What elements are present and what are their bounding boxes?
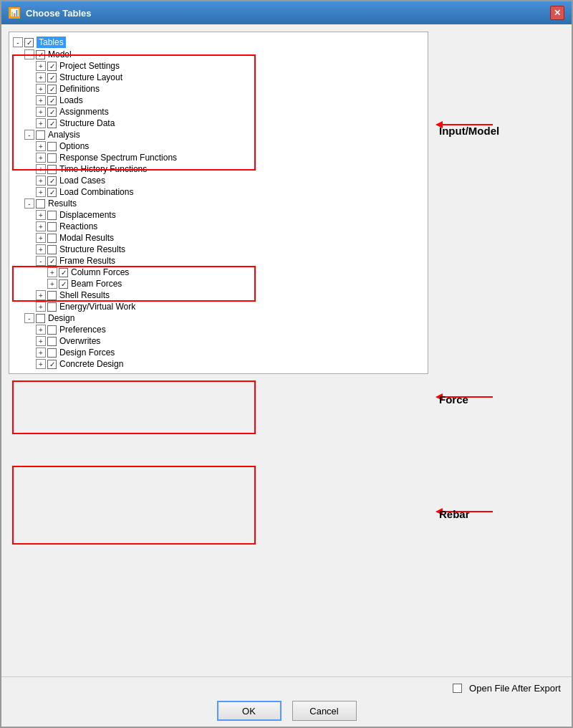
tree-item-frame-results[interactable]: - Frame Results	[13, 255, 424, 267]
checkbox-preferences[interactable]	[47, 325, 57, 335]
expander-design[interactable]: -	[24, 313, 34, 323]
cancel-button[interactable]: Cancel	[292, 701, 357, 721]
expander-overwrites[interactable]: +	[36, 336, 46, 346]
app-icon: 📊	[9, 7, 20, 19]
expander-analysis[interactable]: -	[24, 130, 34, 140]
checkbox-structure-data[interactable]	[47, 119, 57, 128]
tree-item-overwrites[interactable]: + Overwrites	[13, 335, 424, 347]
tree-item-project-settings[interactable]: + Project Settings	[13, 60, 424, 72]
tree-item-preferences[interactable]: + Preferences	[13, 324, 424, 335]
expander-structure-results[interactable]: +	[36, 244, 46, 254]
expander-loads[interactable]: +	[36, 95, 46, 105]
tree-item-structure-data[interactable]: + Structure Data	[13, 118, 424, 129]
tree-item-modal-results[interactable]: + Modal Results	[13, 232, 424, 244]
expander-time-history[interactable]: +	[36, 164, 46, 174]
expander-options[interactable]: +	[36, 141, 46, 151]
tree-item-structure-results[interactable]: + Structure Results	[13, 244, 424, 255]
tree-item-options[interactable]: + Options	[13, 140, 424, 152]
tree-item-design[interactable]: - Design	[13, 312, 424, 324]
tree-item-tables[interactable]: - Tables	[13, 36, 424, 49]
expander-design-forces[interactable]: +	[36, 348, 46, 358]
tree-item-results[interactable]: - Results	[13, 198, 424, 209]
close-button[interactable]: ✕	[550, 6, 564, 20]
checkbox-loads[interactable]	[47, 96, 57, 105]
expander-assignments[interactable]: +	[36, 107, 46, 117]
label-assignments: Assignments	[59, 107, 109, 117]
checkbox-definitions[interactable]	[47, 85, 57, 94]
tree-item-reactions[interactable]: + Reactions	[13, 221, 424, 232]
checkbox-model[interactable]	[36, 50, 45, 59]
expander-project-settings[interactable]: +	[36, 61, 46, 71]
checkbox-analysis[interactable]	[36, 130, 45, 140]
tree-item-time-history[interactable]: + Time History Functions	[13, 163, 424, 175]
expander-modal-results[interactable]: +	[36, 233, 46, 243]
tree-item-load-combinations[interactable]: + Load Combinations	[13, 186, 424, 198]
checkbox-options[interactable]	[47, 142, 57, 151]
content-area: - Tables - Model + Project Settings +	[1, 24, 572, 676]
expander-model[interactable]: -	[24, 49, 34, 59]
checkbox-design[interactable]	[36, 314, 45, 323]
checkbox-energy-virtual[interactable]	[47, 302, 57, 312]
checkbox-structure-results[interactable]	[47, 245, 57, 254]
expander-shell-results[interactable]: +	[36, 290, 46, 300]
label-column-forces: Column Forces	[71, 267, 129, 277]
expander-beam-forces[interactable]: +	[47, 279, 57, 289]
tree-item-load-cases[interactable]: + Load Cases	[13, 175, 424, 186]
checkbox-modal-results[interactable]	[47, 234, 57, 243]
expander-load-cases[interactable]: +	[36, 176, 46, 186]
open-file-row: Open File After Export	[12, 683, 561, 694]
checkbox-load-combinations[interactable]	[47, 188, 57, 197]
checkbox-shell-results[interactable]	[47, 291, 57, 300]
checkbox-project-settings[interactable]	[47, 62, 57, 71]
checkbox-tables[interactable]	[24, 38, 34, 47]
expander-structure-data[interactable]: +	[36, 118, 46, 128]
tree-item-structure-layout[interactable]: + Structure Layout	[13, 72, 424, 83]
tree-item-shell-results[interactable]: + Shell Results	[13, 289, 424, 301]
checkbox-overwrites[interactable]	[47, 337, 57, 346]
label-response-spectrum: Response Spectrum Functions	[59, 153, 177, 163]
tree-item-loads[interactable]: + Loads	[13, 95, 424, 106]
expander-energy-virtual[interactable]: +	[36, 302, 46, 312]
bottom-area: Open File After Export OK Cancel	[1, 676, 572, 727]
checkbox-time-history[interactable]	[47, 165, 57, 174]
open-file-checkbox[interactable]	[453, 684, 462, 693]
ok-button[interactable]: OK	[217, 701, 281, 721]
expander-tables[interactable]: -	[13, 37, 23, 47]
expander-displacements[interactable]: +	[36, 210, 46, 220]
checkbox-beam-forces[interactable]	[59, 279, 68, 289]
tree-item-analysis[interactable]: - Analysis	[13, 129, 424, 140]
expander-column-forces[interactable]: +	[47, 267, 57, 277]
tree-item-design-forces[interactable]: + Design Forces	[13, 347, 424, 358]
expander-definitions[interactable]: +	[36, 84, 46, 94]
expander-response-spectrum[interactable]: +	[36, 153, 46, 163]
tree-item-assignments[interactable]: + Assignments	[13, 106, 424, 118]
expander-reactions[interactable]: +	[36, 221, 46, 231]
tree-item-model[interactable]: - Model	[13, 49, 424, 60]
label-displacements: Displacements	[59, 210, 116, 220]
expander-concrete-design[interactable]: +	[36, 359, 46, 369]
tree-item-beam-forces[interactable]: + Beam Forces	[13, 278, 424, 289]
force-annotation: Force	[435, 383, 557, 406]
checkbox-concrete-design[interactable]	[47, 360, 57, 369]
checkbox-design-forces[interactable]	[47, 348, 57, 358]
checkbox-structure-layout[interactable]	[47, 73, 57, 82]
expander-structure-layout[interactable]: +	[36, 72, 46, 82]
tree-item-concrete-design[interactable]: + Concrete Design	[13, 358, 424, 370]
tree-item-column-forces[interactable]: + Column Forces	[13, 267, 424, 278]
checkbox-frame-results[interactable]	[47, 257, 57, 266]
tree-item-energy-virtual[interactable]: + Energy/Virtual Work	[13, 301, 424, 312]
expander-load-combinations[interactable]: +	[36, 187, 46, 197]
checkbox-results[interactable]	[36, 199, 45, 209]
checkbox-displacements[interactable]	[47, 211, 57, 220]
tree-item-response-spectrum[interactable]: + Response Spectrum Functions	[13, 152, 424, 163]
expander-frame-results[interactable]: -	[36, 256, 46, 266]
checkbox-reactions[interactable]	[47, 222, 57, 231]
expander-preferences[interactable]: +	[36, 325, 46, 335]
checkbox-response-spectrum[interactable]	[47, 153, 57, 163]
checkbox-column-forces[interactable]	[59, 268, 68, 277]
checkbox-load-cases[interactable]	[47, 176, 57, 186]
expander-results[interactable]: -	[24, 198, 34, 209]
tree-item-displacements[interactable]: + Displacements	[13, 209, 424, 221]
tree-item-definitions[interactable]: + Definitions	[13, 83, 424, 95]
checkbox-assignments[interactable]	[47, 107, 57, 117]
